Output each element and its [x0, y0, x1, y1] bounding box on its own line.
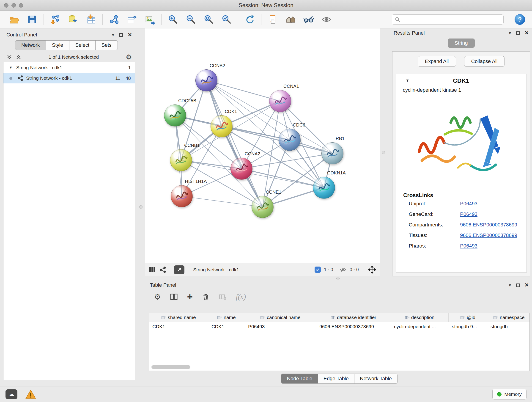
network-edge-cdk1-rb1[interactable]: [222, 126, 332, 153]
column-header-description[interactable]: description: [391, 313, 449, 322]
column-header-shared-name[interactable]: shared name: [149, 313, 208, 322]
panel-close-icon[interactable]: ✕: [525, 282, 529, 288]
tab-network[interactable]: Network: [15, 40, 46, 50]
refresh-layout-button[interactable]: [243, 13, 256, 26]
import-network-database-button[interactable]: [67, 13, 80, 26]
save-session-button[interactable]: [26, 13, 38, 26]
tab-select[interactable]: Select: [70, 40, 95, 50]
network-view-mode-icon[interactable]: [159, 266, 166, 273]
panel-float-icon[interactable]: ▾: [509, 282, 511, 288]
crosslink-value-link[interactable]: 9606.ENSP00000378699: [460, 232, 517, 238]
network-node-ccnb1[interactable]: [170, 149, 192, 171]
crosslink-value-link[interactable]: 9606.ENSP00000378699: [460, 222, 517, 228]
network-node-hist1h1a[interactable]: [171, 185, 193, 207]
panel-maximize-icon[interactable]: [516, 32, 520, 35]
network-edge-ccnb2-ccne1[interactable]: [206, 80, 263, 207]
network-options-gear-icon[interactable]: ⚙: [126, 54, 132, 61]
network-edge-ccna2-cdkn1a[interactable]: [241, 169, 324, 188]
table-cell[interactable]: stringdb: [487, 324, 530, 329]
show-columns-icon[interactable]: [170, 293, 178, 301]
column-header-database-identifier[interactable]: database identifier: [316, 313, 391, 322]
annotation-button[interactable]: [266, 13, 279, 26]
collapse-all-button[interactable]: Collapse All: [464, 56, 505, 67]
network-node-ccna1[interactable]: [269, 90, 291, 112]
vertical-splitter-handle[interactable]: [382, 151, 385, 154]
panel-float-icon[interactable]: ▾: [112, 32, 114, 38]
column-header-id[interactable]: @id: [449, 313, 487, 322]
tab-string[interactable]: String: [448, 38, 475, 48]
cloud-icon[interactable]: ☁: [6, 389, 17, 399]
warning-icon[interactable]: [25, 389, 36, 399]
export-network-button[interactable]: [126, 13, 138, 26]
tab-sets[interactable]: Sets: [95, 40, 118, 50]
show-all-button[interactable]: [320, 13, 333, 26]
zoom-fit-button[interactable]: [202, 13, 215, 26]
network-node-cdc6[interactable]: [279, 129, 301, 151]
panel-maximize-icon[interactable]: [516, 283, 520, 287]
memory-button[interactable]: Memory: [492, 389, 526, 400]
table-cell[interactable]: CDK1: [149, 324, 208, 329]
network-node-cdk1[interactable]: [210, 115, 233, 137]
import-network-file-button[interactable]: [49, 13, 62, 26]
zoom-in-button[interactable]: [167, 13, 179, 26]
panel-float-icon[interactable]: ▾: [509, 30, 511, 36]
network-node-rb1[interactable]: [322, 142, 343, 164]
column-header-namespace[interactable]: namespace: [487, 313, 530, 322]
panel-close-icon[interactable]: ✕: [128, 32, 132, 38]
collapse-all-icon[interactable]: [6, 54, 12, 60]
vertical-splitter-handle[interactable]: [139, 205, 143, 209]
tab-edge-table[interactable]: Edge Table: [318, 374, 355, 384]
horizontal-scrollbar[interactable]: [152, 365, 190, 369]
zoom-selected-button[interactable]: [220, 13, 233, 26]
add-column-icon[interactable]: +: [187, 292, 193, 302]
table-cell[interactable]: 9606.ENSP00000378699: [316, 324, 391, 329]
crosslink-value-link[interactable]: P06493: [460, 211, 477, 217]
crosslink-value-link[interactable]: P06493: [460, 243, 477, 249]
panel-maximize-icon[interactable]: [119, 33, 123, 37]
open-in-new-window-button[interactable]: [174, 265, 184, 274]
table-cell[interactable]: cyclin-dependent ...: [391, 324, 449, 329]
crosslink-value-link[interactable]: P06493: [460, 201, 477, 207]
expand-all-icon[interactable]: [16, 54, 22, 60]
table-cell[interactable]: CDK1: [208, 324, 245, 329]
open-session-button[interactable]: [8, 13, 21, 26]
tab-style[interactable]: Style: [46, 40, 70, 50]
network-node-ccne1[interactable]: [252, 196, 273, 218]
network-row[interactable]: String Network - cdk1 11 48: [3, 73, 135, 83]
protein-collapse-icon[interactable]: ▼: [405, 78, 409, 83]
tab-network-table[interactable]: Network Table: [355, 374, 398, 384]
network-node-ccnb2[interactable]: [196, 70, 217, 91]
network-canvas[interactable]: CCNB2CCNA1CDC25BCDK1CDC6RB1CCNB1CCNA2CDK…: [145, 28, 380, 263]
grid-view-icon[interactable]: [149, 266, 156, 273]
table-settings-gear-icon[interactable]: ⚙: [154, 293, 161, 301]
horizontal-splitter-handle[interactable]: [336, 277, 340, 280]
search-input[interactable]: [402, 17, 500, 22]
import-table-file-button[interactable]: [85, 13, 97, 26]
tree-expand-icon[interactable]: ▼: [9, 65, 13, 70]
network-graph-button[interactable]: [108, 13, 120, 26]
network-node-cdc25b[interactable]: [164, 104, 186, 127]
maximize-window-button[interactable]: [19, 3, 23, 7]
export-image-button[interactable]: [143, 13, 156, 26]
network-edge-hist1h1a-ccne1[interactable]: [182, 196, 263, 207]
network-collection-row[interactable]: ▼ String Network - cdk1 1: [3, 62, 135, 73]
network-node-cdkn1a[interactable]: [313, 177, 335, 199]
network-node-ccna2[interactable]: [230, 158, 253, 180]
search-box[interactable]: [392, 14, 504, 25]
pan-move-icon[interactable]: [368, 266, 376, 274]
table-cell[interactable]: P06493: [245, 324, 316, 329]
hide-selected-button[interactable]: [302, 13, 315, 26]
zoom-out-button[interactable]: [184, 13, 197, 26]
minimize-window-button[interactable]: [12, 3, 16, 7]
table-cell[interactable]: stringdb:9...: [449, 324, 487, 329]
help-button[interactable]: ?: [515, 14, 525, 25]
panel-close-icon[interactable]: ✕: [525, 30, 529, 36]
tab-node-table[interactable]: Node Table: [281, 374, 318, 384]
delete-column-trash-icon[interactable]: [202, 293, 210, 301]
column-header-canonical-name[interactable]: canonical name: [245, 313, 316, 322]
home-button[interactable]: [284, 13, 297, 26]
close-window-button[interactable]: [4, 3, 8, 7]
column-header-name[interactable]: name: [208, 313, 245, 322]
expand-all-button[interactable]: Expand All: [418, 56, 456, 67]
hidden-eye-slash-icon[interactable]: [340, 266, 346, 273]
